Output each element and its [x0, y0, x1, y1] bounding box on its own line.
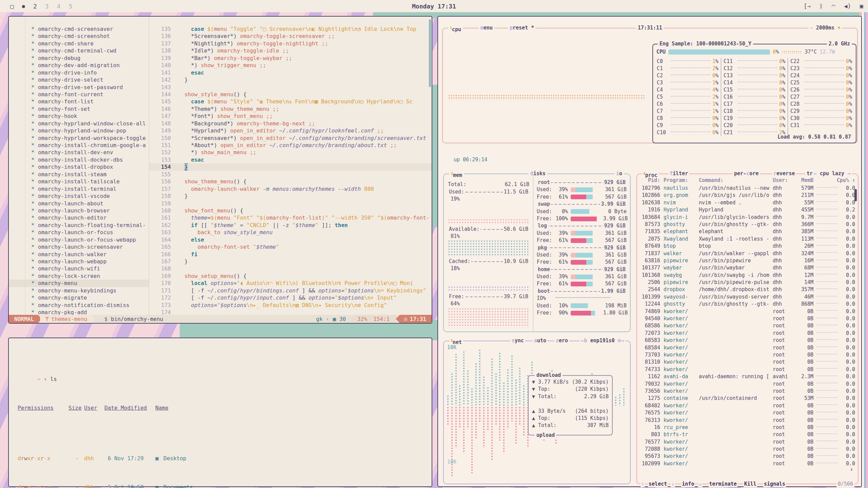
- editor-scrollbar[interactable]: [429, 19, 431, 87]
- file-list-item[interactable]: * omarchy-install-dev-env: [9, 149, 149, 156]
- process-row[interactable]: 95673 kworker/ root 0B 0.0: [639, 453, 855, 460]
- header-mem[interactable]: MemB: [794, 177, 813, 184]
- file-list-item[interactable]: * omarchy-hyprland-window-close-all: [9, 120, 149, 127]
- process-row[interactable]: 101399 swayosd- /usr/bin/swayosd-server …: [639, 293, 855, 301]
- header-cpu[interactable]: Cpu% ↑: [836, 177, 855, 184]
- file-list-item[interactable]: * omarchy-drive-select: [9, 76, 149, 83]
- code-pane[interactable]: 135 case $(menu "Toggle" "▢ Screensaver\…: [149, 17, 432, 316]
- process-row[interactable]: 803 btrfs-tr root 0B 0.0: [639, 431, 855, 438]
- file-list-item[interactable]: * omarchy-pkg-add: [9, 309, 149, 316]
- process-row[interactable]: 2075 Xwayland Xwayland :1 -rootless - dh…: [639, 236, 855, 243]
- process-row[interactable]: 2506 pipewire /usr/bin/pipewire-pulse dh…: [639, 279, 855, 286]
- terminal-content[interactable]: ~ › ls Permissions Size User Date Modifi…: [18, 354, 428, 488]
- process-row[interactable]: 1162 avahi-da avahi-daemon: running [ av…: [639, 373, 855, 380]
- signals-button[interactable]: signals: [763, 481, 786, 488]
- process-row[interactable]: 68402 kworker/ root 0B 0.0: [639, 402, 855, 409]
- tab-io[interactable]: io: [614, 170, 624, 177]
- process-row[interactable]: 71837 walker /usr/bin/walker --gappl dhh…: [639, 250, 855, 257]
- logout-icon[interactable]: [→: [804, 3, 810, 9]
- file-list-item[interactable]: * omarchy-font-list: [9, 98, 149, 105]
- file-list-item[interactable]: * omarchy-launch-or-focus-webapp: [9, 236, 149, 243]
- workspace-2[interactable]: 2: [33, 3, 37, 10]
- header-user[interactable]: User:: [773, 177, 794, 184]
- process-row[interactable]: 2544 dropbox /home/dhh/.dropbox-dist dhh…: [639, 286, 855, 293]
- process-row[interactable]: 16 rcu_pree root 0B 0.0: [639, 424, 855, 431]
- file-list-item[interactable]: * omarchy-hook: [9, 113, 149, 120]
- process-row[interactable]: 101377 waybar /usr/bin/waybar dhh 68M 0.…: [639, 264, 855, 271]
- process-row[interactable]: 68586 kworker/ root 0B 0.0: [639, 322, 855, 329]
- file-list-item[interactable]: * omarchy-launch-screensaver: [9, 243, 149, 250]
- file-list-item[interactable]: * omarchy-install-vscode: [9, 192, 149, 200]
- file-list-item[interactable]: * omarchy-cmd-terminal-cwd: [9, 47, 149, 54]
- file-list-item[interactable]: * omarchy-launch-floating-terminal-: [9, 222, 149, 229]
- terminate-button[interactable]: terminate: [709, 481, 737, 488]
- process-row[interactable]: 63816 pipewire /usr/bin/pipewire dhh 16M…: [639, 257, 855, 264]
- header-pid[interactable]: Pid:: [639, 177, 660, 184]
- file-list-item[interactable]: * omarchy-font-current: [9, 91, 149, 98]
- file-list-item[interactable]: * omarchy-launch-or-focus: [9, 229, 149, 236]
- process-row[interactable]: 73656 kworker/ root 0B 0.0: [639, 388, 855, 395]
- file-list-item[interactable]: * omarchy-launch-webapp: [9, 258, 149, 265]
- file-list-item[interactable]: * omarchy-lock-screen: [9, 272, 149, 280]
- workspace-3[interactable]: 3: [45, 3, 49, 10]
- proc-sort-mode[interactable]: ← cpu lazy →: [812, 170, 852, 177]
- file-list-item[interactable]: * omarchy-install-tailscale: [9, 178, 149, 185]
- header-program[interactable]: Program:: [664, 177, 699, 184]
- menu-button[interactable]: menu: [479, 24, 494, 32]
- volume-icon[interactable]: ◀): [844, 3, 851, 9]
- process-row[interactable]: 76575 kworker/ root 0B 0.0: [639, 409, 855, 416]
- info-button[interactable]: info ↵: [681, 481, 702, 488]
- process-row[interactable]: 102866 org.gnom /usr/bin/gjs /usr/lib/o …: [639, 192, 855, 199]
- net-sync-button[interactable]: sync: [510, 337, 525, 344]
- process-row[interactable]: 102638 nvim nvim --embed . dhh 55M 0.0: [639, 199, 855, 206]
- process-row[interactable]: 102796 nautilus /usr/bin/nautilus --new …: [639, 185, 855, 192]
- file-list-item[interactable]: * omarchy-font-set: [9, 105, 149, 113]
- bluetooth-icon[interactable]: ᛒ: [820, 3, 823, 9]
- process-row[interactable]: 74869 kworker/ root 0B 0.0: [639, 308, 855, 315]
- refresh-interval[interactable]: - 2000ms +: [808, 24, 842, 32]
- process-row[interactable]: 79032 kworker/ root 0B 0.0: [639, 381, 855, 388]
- process-row[interactable]: 1275 containe /usr/bin/containerd root 5…: [639, 395, 855, 402]
- file-list-item[interactable]: * omarchy-hyprland-workspace-toggle: [9, 135, 149, 142]
- file-list-item[interactable]: * omarchy-debug: [9, 55, 149, 62]
- file-list-item[interactable]: * omarchy-install-docker-dbs: [9, 156, 149, 163]
- process-row[interactable]: 68583 kworker/ root 0B 0.0: [639, 337, 855, 344]
- file-list-item[interactable]: * omarchy-launch-about: [9, 200, 149, 207]
- process-row[interactable]: 103684 glycin-i /usr/lib/glycin-loaders …: [639, 214, 855, 221]
- file-list-item[interactable]: * omarchy-install-steam: [9, 171, 149, 178]
- wifi-icon[interactable]: ◠: [832, 3, 835, 9]
- file-list-item[interactable]: * omarchy-cmd-screenshot: [9, 33, 149, 40]
- file-list-item[interactable]: * omarchy-cmd-screensaver: [9, 25, 149, 33]
- file-list-item[interactable]: * omarchy-migrate: [9, 294, 149, 301]
- file-list-item[interactable]: * omarchy-drive-info: [9, 69, 149, 76]
- scroll-down-icon[interactable]: ↓: [850, 466, 853, 473]
- process-row[interactable]: 68584 kworker/ root 0B 0.0: [639, 344, 855, 351]
- proc-filter-button[interactable]: filter: [668, 170, 689, 177]
- file-list-item[interactable]: * omarchy-dev-add-migration: [9, 62, 149, 69]
- proc-reverse-button[interactable]: reverse: [772, 170, 796, 177]
- process-row[interactable]: 101368 swaybg /usr/bin/swaybg -i /hom dh…: [639, 272, 855, 279]
- workspace-1-active[interactable]: ●: [22, 3, 25, 9]
- file-list-item[interactable]: * omarchy-drive-set-password: [9, 84, 149, 91]
- workspace-4[interactable]: 4: [57, 3, 61, 10]
- process-row[interactable]: 76313 kworker/ root 0B 0.0: [639, 417, 855, 424]
- process-row[interactable]: 72073 kworker/ root 0B 0.0: [639, 330, 855, 337]
- workspace-5[interactable]: 5: [68, 3, 72, 10]
- process-row[interactable]: 12244 ghostty /usr/bin/ghostty --gtk- dh…: [639, 301, 855, 308]
- entry-name[interactable]: Documents: [163, 484, 193, 488]
- file-list-item[interactable]: * omarchy-install-dropbox: [9, 163, 149, 170]
- file-list-item[interactable]: * omarchy-launch-browser: [9, 207, 149, 214]
- process-row[interactable]: 74733 kworker/ root 0B 0.0: [639, 366, 855, 373]
- header-command[interactable]: Command:: [699, 177, 773, 184]
- entry-name[interactable]: Desktop: [163, 455, 186, 462]
- process-row[interactable]: 87573 ghostty /usr/bin/ghostty --gtk- dh…: [639, 221, 855, 228]
- net-zero-button[interactable]: zero: [554, 337, 569, 344]
- tab-mem[interactable]: 2mem: [449, 170, 464, 179]
- process-row[interactable]: 71835 elephant elephant dhh 385M 0.0: [639, 228, 855, 235]
- file-list-item[interactable]: * omarchy-install-chromium-google-a: [9, 142, 149, 149]
- process-row[interactable]: 72088 kworker/ root 0B 0.0: [639, 446, 855, 453]
- file-list-item[interactable]: * omarchy-menu-keybindings: [9, 287, 149, 294]
- kill-button[interactable]: Kill: [744, 481, 757, 488]
- file-list-item[interactable]: * omarchy-launch-wifi: [9, 265, 149, 272]
- preset-button[interactable]: preset *: [508, 24, 536, 32]
